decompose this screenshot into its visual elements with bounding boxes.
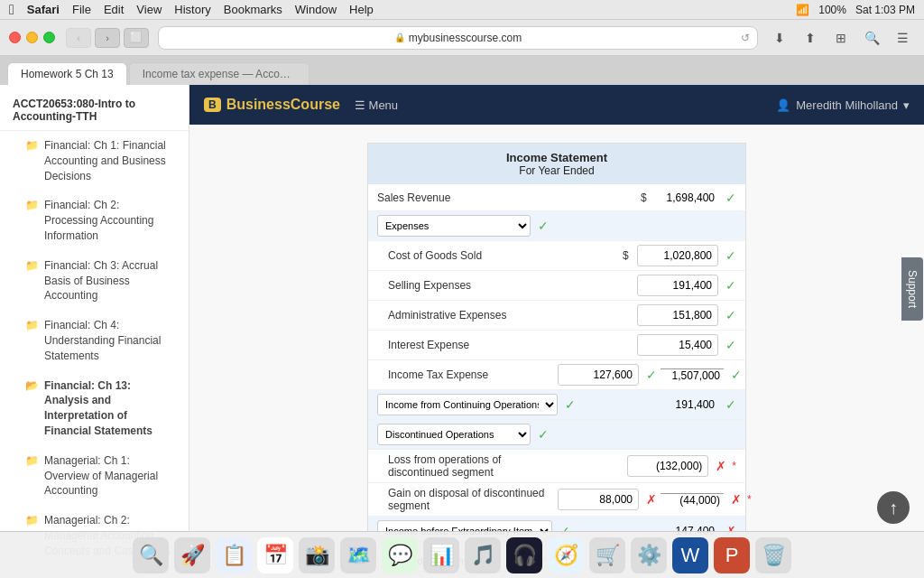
tab-view-button[interactable]: ⬜ <box>124 28 149 48</box>
dock-calendar[interactable]: 📅 <box>257 537 293 573</box>
check-icon[interactable]: ✓ <box>725 248 736 263</box>
menu-file[interactable]: File <box>72 3 91 16</box>
sidebar-item-mgt-ch1[interactable]: 📁 Managerial: Ch 1: Overview of Manageri… <box>0 446 189 506</box>
dock-app3[interactable]: 📋 <box>216 537 252 573</box>
back-button[interactable]: ‹ <box>66 28 91 48</box>
check-icon[interactable]: ✓ <box>646 368 657 382</box>
menu-help[interactable]: Help <box>349 3 374 16</box>
gain-disposal-right: ✗ (44,000) ✗ * <box>558 489 752 510</box>
check-icon[interactable]: ✓ <box>725 191 736 205</box>
minimize-button[interactable] <box>26 32 38 43</box>
menu-view[interactable]: View <box>136 3 162 16</box>
dock-launchpad[interactable]: 🚀 <box>174 537 210 573</box>
dock-appstore[interactable]: 🛒 <box>589 537 625 573</box>
user-menu[interactable]: 👤 Meredith Milholland ▾ <box>776 98 910 112</box>
tax-expense-row: Income Tax Expense ✓ 1,507,000 ✓ <box>368 360 745 390</box>
support-button[interactable]: Support <box>901 257 923 321</box>
sidebar-item-ch2[interactable]: 📁 Financial: Ch 2: Processing Accounting… <box>0 191 189 250</box>
dock-powerpoint[interactable]: P <box>714 537 750 573</box>
app-layout: ACCT20653:080-Intro to Accounting-TTH 📁 … <box>0 85 924 578</box>
cogs-row: Cost of Goods Sold $ ✓ <box>368 241 745 271</box>
x-icon[interactable]: ✗ <box>731 492 742 507</box>
sidebar-item-ch1[interactable]: 📁 Financial: Ch 1: Financial Accounting … <box>0 131 189 191</box>
address-bar[interactable]: 🔒 mybusinesscourse.com ↺ <box>158 26 758 50</box>
folder-icon: 📁 <box>25 513 39 528</box>
discontinued-ops-select[interactable]: Discontinued Operations <box>377 424 531 445</box>
sidebar-item-ch4[interactable]: 📁 Financial: Ch 4: Understanding Financi… <box>0 311 189 370</box>
check-icon[interactable]: ✓ <box>725 278 736 293</box>
forward-button[interactable]: › <box>95 28 120 48</box>
check-icon[interactable]: ✓ <box>725 397 736 412</box>
dock-safari[interactable]: 🧭 <box>548 537 584 573</box>
admin-expenses-row: Administrative Expenses ✓ <box>368 301 745 331</box>
dock-messages[interactable]: 💬 <box>382 537 418 573</box>
dock-word[interactable]: W <box>672 537 708 573</box>
selling-expenses-input[interactable] <box>637 275 718 296</box>
income-statement: Income Statement For Year Ended Sales Re… <box>367 143 746 578</box>
dock-app6[interactable]: 🗺️ <box>340 537 376 573</box>
sidebar-toggle-icon[interactable]: ☰ <box>890 28 915 48</box>
menu-window[interactable]: Window <box>295 3 337 16</box>
app-name[interactable]: Safari <box>27 3 60 16</box>
dock-trash[interactable]: 🗑️ <box>755 537 791 573</box>
selling-expenses-right: ✓ <box>637 275 736 296</box>
maximize-button[interactable] <box>43 32 55 43</box>
interest-expense-input[interactable] <box>637 334 718 356</box>
loss-ops-right: ✗ * <box>627 455 736 477</box>
dock-music[interactable]: 🎧 <box>506 537 542 573</box>
admin-expenses-input[interactable] <box>637 304 718 326</box>
admin-expenses-label: Administrative Expenses <box>377 309 558 322</box>
tax-expense-input[interactable] <box>558 364 639 386</box>
dock-app9[interactable]: 🎵 <box>465 537 501 573</box>
new-tab-icon[interactable]: ⊞ <box>828 28 854 48</box>
cogs-input[interactable] <box>637 245 718 266</box>
tab-income-tax[interactable]: Income tax expense — AccountingTools <box>129 62 310 85</box>
close-button[interactable] <box>9 32 21 43</box>
check-icon[interactable]: ✓ <box>565 397 576 412</box>
search-icon[interactable]: 🔍 <box>859 28 884 48</box>
sales-revenue-label: Sales Revenue <box>377 191 558 204</box>
check-icon[interactable]: ✓ <box>725 338 736 352</box>
check-icon[interactable]: ✓ <box>538 427 549 442</box>
apple-menu[interactable]:  <box>9 2 14 18</box>
loss-ops-input[interactable] <box>627 455 708 477</box>
download-icon[interactable]: ⬇ <box>767 28 792 48</box>
gain-disposal-label: Gain on disposal of discontinued segment <box>377 487 558 512</box>
reload-icon[interactable]: ↺ <box>741 32 750 44</box>
scroll-up-button[interactable]: ↑ <box>877 491 910 524</box>
dock-settings[interactable]: ⚙️ <box>631 537 667 573</box>
check-icon[interactable]: ✓ <box>538 219 549 233</box>
check-icon[interactable]: ✓ <box>731 368 742 382</box>
app-topnav: B BusinessCourse ☰ Menu 👤 Meredith Milho… <box>189 85 924 125</box>
folder-icon: 📁 <box>25 258 39 274</box>
sidebar-item-label: Managerial: Ch 1: Overview of Managerial… <box>44 453 176 499</box>
x-icon[interactable]: ✗ <box>646 492 657 507</box>
tab-homework[interactable]: Homework 5 Ch 13 <box>7 62 127 85</box>
menu-bookmarks[interactable]: Bookmarks <box>224 3 282 16</box>
mac-menubar:  Safari File Edit View History Bookmark… <box>0 0 924 20</box>
x-icon[interactable]: ✗ <box>716 459 726 473</box>
dock-finder[interactable]: 🔍 <box>133 537 169 573</box>
expenses-select-row: Expenses ✓ <box>368 211 745 241</box>
menu-edit[interactable]: Edit <box>104 3 124 16</box>
sidebar-item-ch3[interactable]: 📁 Financial: Ch 3: Accrual Basis of Busi… <box>0 251 189 311</box>
gain-disposal-input[interactable] <box>558 489 639 510</box>
expenses-select[interactable]: Expenses <box>377 215 531 237</box>
dock-app8[interactable]: 📊 <box>423 537 459 573</box>
statement-subtitle: For Year Ended <box>377 164 736 177</box>
continuing-ops-row: Income from Continuing Operations ✓ 191,… <box>368 390 745 420</box>
selling-expenses-row: Selling Expenses ✓ <box>368 271 745 301</box>
menu-button[interactable]: ☰ Menu <box>355 98 398 112</box>
url-text: mybusinesscourse.com <box>409 32 522 44</box>
share-icon[interactable]: ⬆ <box>798 28 823 48</box>
dock-app5[interactable]: 📸 <box>299 537 335 573</box>
sidebar-item-ch13[interactable]: 📂 Financial: Ch 13: Analysis and Interpr… <box>0 371 189 446</box>
check-icon[interactable]: ✓ <box>725 308 736 322</box>
menu-history[interactable]: History <box>174 3 210 16</box>
folder-icon-open: 📂 <box>25 378 39 394</box>
continuing-ops-select[interactable]: Income from Continuing Operations <box>377 394 558 415</box>
user-dropdown-icon: ▾ <box>903 98 910 112</box>
brand-name: BusinessCourse <box>226 97 340 113</box>
bc-badge: B <box>204 98 221 112</box>
dollar-sign: $ <box>641 191 650 204</box>
